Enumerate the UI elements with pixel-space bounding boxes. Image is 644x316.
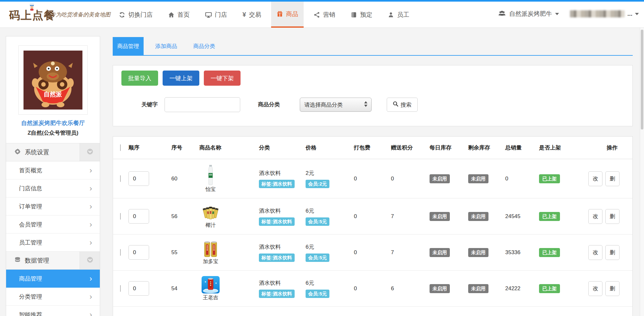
chevron-right-icon: › — [90, 239, 92, 246]
nav-item-reservations[interactable]: 预定 — [345, 2, 378, 28]
shop-switcher-dropdown[interactable]: 自然派炭烤肥牛 — [498, 10, 559, 18]
bulk-action-buttons: 批量导入 一键上架 一键下架 — [121, 71, 241, 86]
select-all-checkbox[interactable] — [120, 144, 121, 151]
col-header-seq: 序号 — [171, 144, 199, 151]
sidebar-item-member-management[interactable]: 会员管理› — [6, 215, 100, 234]
nav-item-transactions[interactable]: ¥ 交易 — [237, 2, 267, 28]
search-button[interactable]: 搜索 — [387, 98, 418, 112]
section-label: 系统设置 — [25, 148, 49, 157]
sales-value: 0 — [505, 176, 539, 182]
order-input[interactable] — [128, 281, 149, 296]
page-scrollbar[interactable] — [640, 28, 644, 316]
sidebar-section-label[interactable]: 系统设置 — [6, 143, 80, 161]
section-collapse-toggle[interactable] — [80, 252, 100, 269]
account-dropdown[interactable]: ... — [570, 10, 639, 17]
sidebar-item-home-overview[interactable]: 首页概览› — [6, 161, 100, 179]
item-label: 智能推荐 — [19, 311, 42, 316]
logo-tagline: 专为吃货准备的美食地图 — [50, 11, 110, 18]
gear-icon — [14, 148, 21, 156]
row-checkbox[interactable] — [120, 213, 121, 220]
col-header-pack-fee: 打包费 — [354, 144, 391, 151]
member-price-badge: 会员:5元 — [306, 217, 329, 226]
shop-name-link[interactable]: 自然派炭烤肥牛欢乐餐厅 — [6, 119, 100, 127]
nav-label: 交易 — [249, 11, 261, 19]
scrollbar-thumb[interactable] — [641, 30, 643, 129]
daily-stock-badge: 未启用 — [430, 284, 450, 293]
category-value: 酒水饮料 — [259, 243, 306, 251]
edit-button[interactable]: 改 — [588, 245, 602, 260]
tab-add-product[interactable]: 添加商品 — [151, 37, 182, 55]
remain-stock-badge: 未启用 — [468, 248, 488, 257]
main-content: 商品管理 添加商品 商品分类 批量导入 一键上架 一键下架 关键字 商品分类 请… — [113, 37, 633, 56]
nav-label: 商品 — [286, 10, 298, 18]
status-badge: 已上架 — [539, 174, 560, 183]
category-value: 酒水饮料 — [259, 169, 306, 177]
row-checkbox[interactable] — [120, 249, 121, 256]
chevron-right-icon: › — [90, 185, 92, 192]
admin-label: Z自然(公众号管理员) — [6, 129, 100, 137]
remain-stock-badge: 未启用 — [468, 212, 488, 221]
member-price-badge: 会员:5元 — [306, 290, 329, 298]
sidebar-section-data-management: 数据管理 — [6, 252, 100, 270]
shelf-all-on-button[interactable]: 一键上架 — [163, 71, 199, 86]
nav-item-marketing[interactable]: 营销 — [308, 2, 341, 28]
nav-item-staff[interactable]: 员工 — [382, 2, 415, 28]
sidebar-item-product-management[interactable]: 商品管理› — [6, 270, 100, 288]
home-icon — [168, 12, 175, 18]
item-label: 订单管理 — [19, 203, 42, 210]
row-checkbox[interactable] — [120, 285, 121, 292]
order-input[interactable] — [128, 209, 149, 224]
daily-stock-badge: 未启用 — [430, 248, 450, 257]
sidebar-item-smart-recommend[interactable]: 智能推荐› — [6, 306, 100, 316]
col-header-remain-stock: 剩余库存 — [468, 144, 505, 151]
bull-mascot-image: 自然派 — [24, 51, 82, 110]
table-row: 55 加多宝 酒水饮料 标签:酒水饮料 6元 — [113, 235, 632, 271]
sidebar: 自然派 自然派炭烤肥牛欢乐餐厅 Z自然(公众号管理员) 系统设置 — [6, 36, 100, 316]
tab-product-management[interactable]: 商品管理 — [113, 37, 144, 55]
item-label: 首页概览 — [19, 167, 42, 174]
sidebar-item-store-info[interactable]: 门店信息› — [6, 179, 100, 197]
sidebar-item-category-management[interactable]: 分类管理› — [6, 288, 100, 306]
shop-switcher-label: 自然派炭烤肥牛 — [509, 10, 552, 18]
shelf-all-off-button[interactable]: 一键下架 — [204, 71, 241, 86]
gift-icon — [277, 11, 283, 17]
delete-button[interactable]: 删 — [605, 281, 620, 296]
keyword-input[interactable] — [165, 97, 240, 112]
category-label: 商品分类 — [258, 97, 280, 112]
nav-item-products[interactable]: 商品 — [271, 2, 304, 28]
order-input[interactable] — [128, 171, 149, 186]
nav-item-store[interactable]: 门店 — [200, 2, 232, 28]
category-select[interactable]: 请选择商品分类 — [300, 98, 372, 112]
tab-product-category[interactable]: 商品分类 — [189, 37, 220, 55]
pack-fee-value: 0 — [354, 176, 391, 182]
sidebar-item-order-management[interactable]: 订单管理› — [6, 197, 100, 215]
nav-item-switch-store[interactable]: 切换门店 — [113, 2, 158, 28]
row-checkbox[interactable] — [120, 175, 121, 182]
product-image-gold-cans — [204, 240, 217, 257]
delete-button[interactable]: 删 — [605, 245, 620, 260]
sidebar-section-label[interactable]: 数据管理 — [6, 252, 80, 269]
app-logo[interactable]: 码上点餐 专为吃货准备的美食地图 — [9, 6, 55, 24]
chevron-right-icon: › — [90, 167, 92, 174]
price-value: 6元 — [306, 207, 354, 215]
product-image-water-bottle — [206, 165, 215, 185]
search-icon — [393, 101, 398, 108]
order-input[interactable] — [128, 245, 149, 260]
edit-button[interactable]: 改 — [588, 171, 602, 186]
delete-button[interactable]: 删 — [605, 209, 620, 224]
nav-item-home[interactable]: 首页 — [163, 2, 195, 28]
sidebar-item-staff-management[interactable]: 员工管理› — [6, 234, 100, 252]
nav-label: 员工 — [397, 11, 409, 19]
top-navbar: 码上点餐 专为吃货准备的美食地图 切换门店 首页 — [0, 0, 644, 28]
sales-value: 24545 — [505, 213, 539, 220]
delete-button[interactable]: 删 — [605, 171, 620, 186]
item-label: 会员管理 — [19, 221, 42, 228]
section-collapse-toggle[interactable] — [80, 143, 100, 161]
edit-button[interactable]: 改 — [588, 209, 602, 224]
chevron-right-icon: › — [90, 293, 92, 301]
daily-stock-badge: 未启用 — [430, 174, 450, 183]
col-header-name: 商品名称 — [199, 144, 259, 151]
edit-button[interactable]: 改 — [588, 281, 602, 296]
col-header-ops: 操作 — [584, 144, 632, 151]
bulk-import-button[interactable]: 批量导入 — [121, 71, 158, 86]
